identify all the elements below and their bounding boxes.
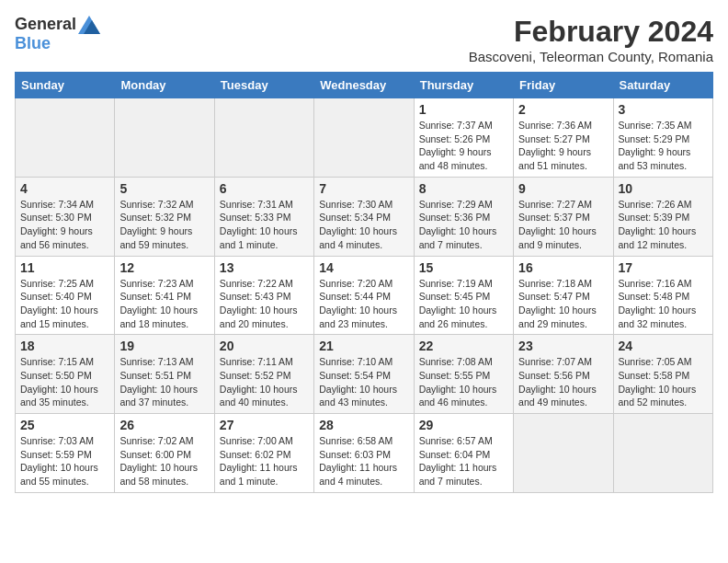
calendar-cell bbox=[115, 98, 214, 178]
day-info: Sunrise: 7:15 AM Sunset: 5:50 PM Dayligh… bbox=[20, 355, 109, 409]
day-number: 6 bbox=[220, 181, 309, 196]
calendar-cell bbox=[613, 414, 712, 493]
calendar-cell: 14Sunrise: 7:20 AM Sunset: 5:44 PM Dayli… bbox=[314, 256, 414, 335]
day-info: Sunrise: 7:08 AM Sunset: 5:55 PM Dayligh… bbox=[419, 355, 508, 409]
calendar-cell: 17Sunrise: 7:16 AM Sunset: 5:48 PM Dayli… bbox=[613, 256, 712, 335]
calendar-cell: 4Sunrise: 7:34 AM Sunset: 5:30 PM Daylig… bbox=[16, 177, 115, 256]
day-number: 10 bbox=[619, 181, 708, 196]
day-info: Sunrise: 7:29 AM Sunset: 5:36 PM Dayligh… bbox=[419, 198, 508, 252]
calendar-cell bbox=[314, 98, 414, 178]
day-info: Sunrise: 7:00 AM Sunset: 6:02 PM Dayligh… bbox=[220, 434, 309, 488]
calendar-cell: 8Sunrise: 7:29 AM Sunset: 5:36 PM Daylig… bbox=[414, 177, 513, 256]
day-info: Sunrise: 7:31 AM Sunset: 5:33 PM Dayligh… bbox=[220, 198, 309, 252]
calendar-cell: 24Sunrise: 7:05 AM Sunset: 5:58 PM Dayli… bbox=[613, 335, 712, 414]
calendar-cell: 19Sunrise: 7:13 AM Sunset: 5:51 PM Dayli… bbox=[115, 335, 214, 414]
calendar-week-3: 11Sunrise: 7:25 AM Sunset: 5:40 PM Dayli… bbox=[16, 256, 713, 335]
logo-blue: Blue bbox=[15, 34, 51, 53]
calendar-week-5: 25Sunrise: 7:03 AM Sunset: 5:59 PM Dayli… bbox=[16, 414, 713, 493]
calendar-cell: 22Sunrise: 7:08 AM Sunset: 5:55 PM Dayli… bbox=[414, 335, 513, 414]
day-info: Sunrise: 7:10 AM Sunset: 5:54 PM Dayligh… bbox=[319, 355, 408, 409]
day-number: 22 bbox=[419, 339, 508, 353]
day-number: 2 bbox=[518, 102, 608, 117]
day-number: 28 bbox=[319, 418, 408, 432]
title-area: February 2024 Bascoveni, Teleorman Count… bbox=[469, 15, 713, 64]
logo: General Blue bbox=[15, 15, 100, 53]
calendar-cell: 11Sunrise: 7:25 AM Sunset: 5:40 PM Dayli… bbox=[16, 256, 115, 335]
day-info: Sunrise: 7:22 AM Sunset: 5:43 PM Dayligh… bbox=[220, 277, 309, 331]
day-number: 18 bbox=[20, 339, 109, 353]
day-number: 1 bbox=[419, 102, 508, 117]
logo-general: General bbox=[15, 15, 76, 34]
calendar-cell: 20Sunrise: 7:11 AM Sunset: 5:52 PM Dayli… bbox=[214, 335, 313, 414]
calendar-cell: 16Sunrise: 7:18 AM Sunset: 5:47 PM Dayli… bbox=[514, 256, 613, 335]
day-info: Sunrise: 7:02 AM Sunset: 6:00 PM Dayligh… bbox=[119, 434, 209, 488]
day-number: 11 bbox=[20, 260, 109, 275]
day-info: Sunrise: 7:07 AM Sunset: 5:56 PM Dayligh… bbox=[518, 355, 608, 409]
day-info: Sunrise: 7:20 AM Sunset: 5:44 PM Dayligh… bbox=[319, 277, 408, 331]
day-info: Sunrise: 7:26 AM Sunset: 5:39 PM Dayligh… bbox=[619, 198, 708, 252]
day-info: Sunrise: 7:19 AM Sunset: 5:45 PM Dayligh… bbox=[419, 277, 508, 331]
day-number: 19 bbox=[119, 339, 209, 353]
page-title: February 2024 bbox=[469, 15, 713, 49]
calendar-cell: 12Sunrise: 7:23 AM Sunset: 5:41 PM Dayli… bbox=[115, 256, 214, 335]
calendar-table: SundayMondayTuesdayWednesdayThursdayFrid… bbox=[15, 72, 713, 493]
calendar-cell: 7Sunrise: 7:30 AM Sunset: 5:34 PM Daylig… bbox=[314, 177, 414, 256]
day-info: Sunrise: 7:37 AM Sunset: 5:26 PM Dayligh… bbox=[419, 119, 508, 173]
header: General Blue February 2024 Bascoveni, Te… bbox=[15, 15, 713, 64]
day-info: Sunrise: 6:58 AM Sunset: 6:03 PM Dayligh… bbox=[319, 434, 408, 488]
calendar-cell: 2Sunrise: 7:36 AM Sunset: 5:27 PM Daylig… bbox=[514, 98, 613, 178]
day-number: 24 bbox=[619, 339, 708, 353]
day-info: Sunrise: 7:32 AM Sunset: 5:32 PM Dayligh… bbox=[119, 198, 209, 252]
calendar-cell: 15Sunrise: 7:19 AM Sunset: 5:45 PM Dayli… bbox=[414, 256, 513, 335]
logo-icon bbox=[78, 16, 100, 34]
calendar-header-wednesday: Wednesday bbox=[314, 73, 414, 98]
calendar-cell: 21Sunrise: 7:10 AM Sunset: 5:54 PM Dayli… bbox=[314, 335, 414, 414]
day-number: 3 bbox=[619, 102, 708, 117]
day-number: 27 bbox=[220, 418, 309, 432]
calendar-cell bbox=[16, 98, 115, 178]
day-info: Sunrise: 7:27 AM Sunset: 5:37 PM Dayligh… bbox=[518, 198, 608, 252]
day-number: 9 bbox=[518, 181, 608, 196]
calendar-cell: 18Sunrise: 7:15 AM Sunset: 5:50 PM Dayli… bbox=[16, 335, 115, 414]
calendar-cell: 29Sunrise: 6:57 AM Sunset: 6:04 PM Dayli… bbox=[414, 414, 513, 493]
calendar-cell: 10Sunrise: 7:26 AM Sunset: 5:39 PM Dayli… bbox=[613, 177, 712, 256]
day-number: 4 bbox=[20, 181, 109, 196]
day-number: 15 bbox=[419, 260, 508, 275]
day-number: 14 bbox=[319, 260, 408, 275]
day-number: 23 bbox=[518, 339, 608, 353]
day-number: 29 bbox=[419, 418, 508, 432]
day-info: Sunrise: 7:11 AM Sunset: 5:52 PM Dayligh… bbox=[220, 355, 309, 409]
day-number: 16 bbox=[518, 260, 608, 275]
calendar-cell: 1Sunrise: 7:37 AM Sunset: 5:26 PM Daylig… bbox=[414, 98, 513, 178]
calendar-cell: 26Sunrise: 7:02 AM Sunset: 6:00 PM Dayli… bbox=[115, 414, 214, 493]
day-number: 13 bbox=[220, 260, 309, 275]
calendar-cell: 27Sunrise: 7:00 AM Sunset: 6:02 PM Dayli… bbox=[214, 414, 313, 493]
day-info: Sunrise: 7:25 AM Sunset: 5:40 PM Dayligh… bbox=[20, 277, 109, 331]
calendar-cell: 23Sunrise: 7:07 AM Sunset: 5:56 PM Dayli… bbox=[514, 335, 613, 414]
calendar-week-2: 4Sunrise: 7:34 AM Sunset: 5:30 PM Daylig… bbox=[16, 177, 713, 256]
day-number: 12 bbox=[119, 260, 209, 275]
calendar-header-saturday: Saturday bbox=[613, 73, 712, 98]
day-number: 20 bbox=[220, 339, 309, 353]
calendar-week-4: 18Sunrise: 7:15 AM Sunset: 5:50 PM Dayli… bbox=[16, 335, 713, 414]
day-number: 8 bbox=[419, 181, 508, 196]
calendar-header-sunday: Sunday bbox=[16, 73, 115, 98]
day-info: Sunrise: 7:05 AM Sunset: 5:58 PM Dayligh… bbox=[619, 355, 708, 409]
page-subtitle: Bascoveni, Teleorman County, Romania bbox=[469, 49, 713, 64]
calendar-cell: 9Sunrise: 7:27 AM Sunset: 5:37 PM Daylig… bbox=[514, 177, 613, 256]
calendar-header-row: SundayMondayTuesdayWednesdayThursdayFrid… bbox=[16, 73, 713, 98]
day-info: Sunrise: 7:30 AM Sunset: 5:34 PM Dayligh… bbox=[319, 198, 408, 252]
calendar-header-monday: Monday bbox=[115, 73, 214, 98]
day-info: Sunrise: 7:36 AM Sunset: 5:27 PM Dayligh… bbox=[518, 119, 608, 173]
day-info: Sunrise: 7:18 AM Sunset: 5:47 PM Dayligh… bbox=[518, 277, 608, 331]
day-info: Sunrise: 6:57 AM Sunset: 6:04 PM Dayligh… bbox=[419, 434, 508, 488]
day-info: Sunrise: 7:13 AM Sunset: 5:51 PM Dayligh… bbox=[119, 355, 209, 409]
day-number: 21 bbox=[319, 339, 408, 353]
day-info: Sunrise: 7:03 AM Sunset: 5:59 PM Dayligh… bbox=[20, 434, 109, 488]
calendar-header-friday: Friday bbox=[514, 73, 613, 98]
day-number: 17 bbox=[619, 260, 708, 275]
calendar-cell: 28Sunrise: 6:58 AM Sunset: 6:03 PM Dayli… bbox=[314, 414, 414, 493]
calendar-cell bbox=[214, 98, 313, 178]
day-info: Sunrise: 7:23 AM Sunset: 5:41 PM Dayligh… bbox=[119, 277, 209, 331]
calendar-cell: 25Sunrise: 7:03 AM Sunset: 5:59 PM Dayli… bbox=[16, 414, 115, 493]
